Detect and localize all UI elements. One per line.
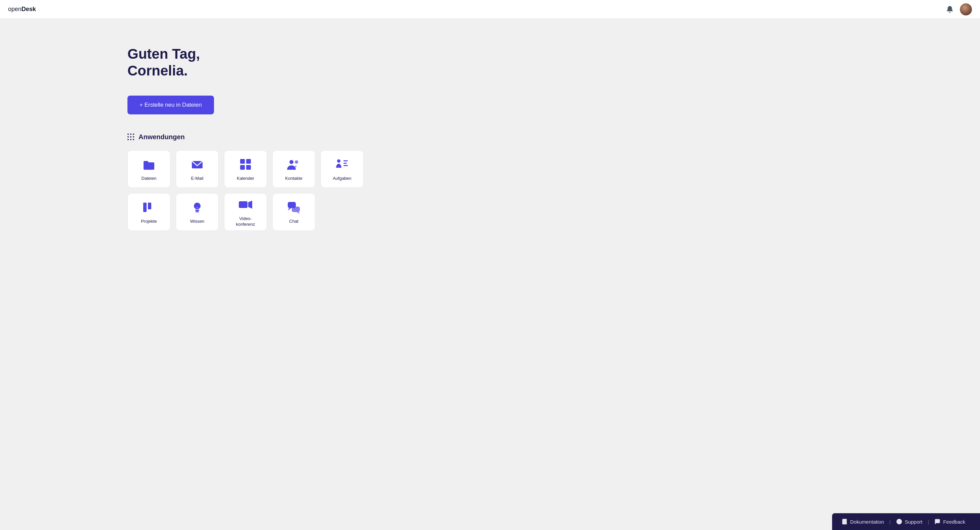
greeting-line2: Cornelia.: [127, 63, 188, 78]
footer-dokumentation[interactable]: Dokumentation: [842, 519, 889, 525]
main-content: Guten Tag, Cornelia. + Erstelle neu in D…: [0, 19, 980, 530]
create-new-button[interactable]: + Erstelle neu in Dateien: [127, 95, 214, 115]
user-avatar[interactable]: [960, 3, 972, 16]
support-label: Support: [905, 519, 923, 525]
svg-point-9: [337, 159, 340, 163]
app-label-wissen: Wissen: [190, 219, 205, 224]
app-label-dateien: Dateien: [142, 176, 157, 181]
footer-bar: Dokumentation | Support | Feedback: [832, 513, 980, 530]
folder-icon: [141, 156, 157, 172]
footer-feedback[interactable]: Feedback: [929, 519, 970, 525]
svg-rect-5: [240, 165, 245, 170]
apps-section-title: Anwendungen: [138, 133, 185, 141]
footer-support[interactable]: Support: [891, 519, 928, 525]
svg-point-7: [290, 160, 293, 164]
calendar-icon: [237, 156, 253, 172]
svg-rect-15: [151, 205, 152, 206]
app-card-wissen[interactable]: Wissen: [176, 193, 219, 231]
app-card-dateien[interactable]: Dateien: [127, 150, 170, 188]
logo-open: open: [8, 6, 21, 13]
svg-rect-11: [344, 163, 347, 164]
svg-rect-1: [143, 161, 148, 163]
apps-grid: Dateien E-Mail: [127, 150, 980, 231]
projects-icon: [141, 199, 157, 215]
video-icon: [237, 197, 253, 213]
notification-bell-icon[interactable]: [945, 5, 955, 14]
header-actions: [945, 3, 972, 16]
svg-rect-10: [344, 160, 348, 161]
svg-rect-14: [148, 203, 151, 209]
create-button-label: + Erstelle neu in Dateien: [140, 102, 202, 108]
contacts-icon: [286, 156, 302, 172]
avatar-image: [960, 3, 972, 16]
greeting-heading: Guten Tag, Cornelia.: [127, 46, 980, 80]
app-label-aufgaben: Aufgaben: [333, 176, 352, 181]
svg-rect-18: [196, 211, 199, 212]
svg-marker-24: [296, 212, 300, 214]
apps-section-header: Anwendungen: [127, 133, 980, 141]
svg-marker-22: [288, 208, 291, 211]
svg-rect-13: [143, 203, 146, 212]
svg-point-8: [295, 160, 298, 164]
svg-marker-20: [248, 201, 252, 208]
app-header: openDesk: [0, 0, 980, 19]
app-label-chat: Chat: [289, 219, 298, 224]
svg-rect-12: [344, 165, 348, 166]
svg-rect-0: [143, 162, 154, 170]
svg-rect-4: [246, 159, 251, 164]
grid-dots-icon: [127, 134, 135, 140]
apps-row-1: Dateien E-Mail: [127, 150, 980, 188]
app-card-aufgaben[interactable]: Aufgaben: [321, 150, 364, 188]
svg-rect-6: [246, 165, 251, 170]
app-card-videokonferenz[interactable]: Video- konferenz: [224, 193, 267, 231]
app-card-projekte[interactable]: Projekte: [127, 193, 170, 231]
logo-desk: Desk: [21, 6, 36, 13]
greeting-line1: Guten Tag,: [127, 46, 200, 62]
app-label-kalender: Kalender: [237, 176, 254, 181]
feedback-label: Feedback: [943, 519, 965, 525]
knowledge-icon: [189, 199, 205, 215]
app-card-email[interactable]: E-Mail: [176, 150, 219, 188]
app-logo: openDesk: [8, 6, 36, 13]
svg-rect-23: [292, 207, 300, 212]
dokumentation-label: Dokumentation: [850, 519, 884, 525]
app-card-chat[interactable]: Chat: [272, 193, 315, 231]
app-card-kontakte[interactable]: Kontakte: [272, 150, 315, 188]
svg-rect-17: [195, 210, 199, 211]
app-card-kalender[interactable]: Kalender: [224, 150, 267, 188]
app-label-kontakte: Kontakte: [285, 176, 302, 181]
app-label-videokonferenz: Video- konferenz: [236, 216, 255, 228]
email-icon: [189, 156, 205, 172]
app-label-projekte: Projekte: [141, 219, 157, 224]
svg-rect-3: [240, 159, 245, 164]
app-label-email: E-Mail: [191, 176, 204, 181]
apps-row-2: Projekte Wissen: [127, 193, 980, 231]
chat-icon: [286, 199, 302, 215]
svg-rect-19: [239, 201, 248, 208]
tasks-icon: [334, 156, 350, 172]
